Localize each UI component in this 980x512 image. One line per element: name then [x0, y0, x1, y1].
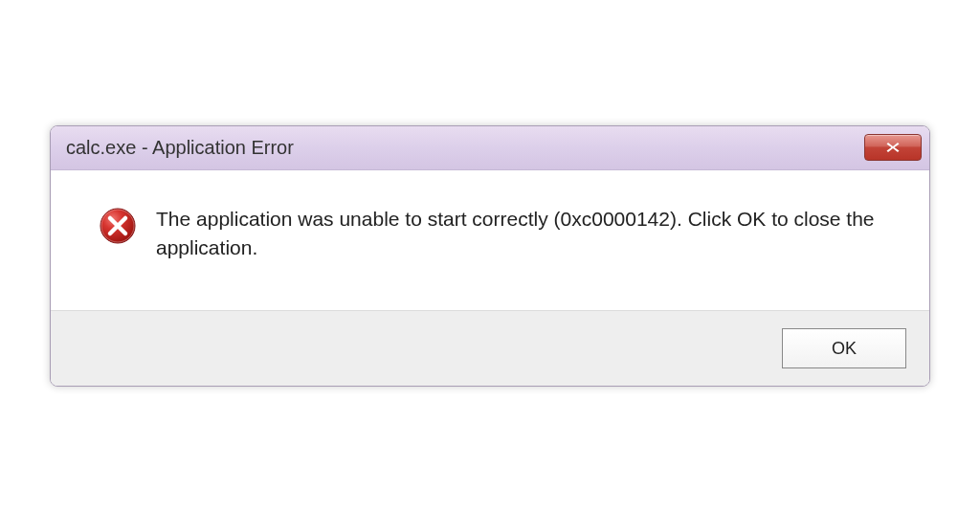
- error-dialog: calc.exe - Application Error: [50, 125, 930, 388]
- close-button[interactable]: [864, 134, 922, 161]
- titlebar: calc.exe - Application Error: [51, 126, 929, 170]
- ok-button[interactable]: OK: [782, 328, 906, 368]
- close-icon: [885, 141, 901, 154]
- error-icon: [99, 207, 137, 245]
- error-message: The application was unable to start corr…: [156, 205, 891, 263]
- button-area: OK: [51, 310, 929, 386]
- content-area: The application was unable to start corr…: [51, 170, 929, 311]
- dialog-title: calc.exe - Application Error: [66, 137, 294, 159]
